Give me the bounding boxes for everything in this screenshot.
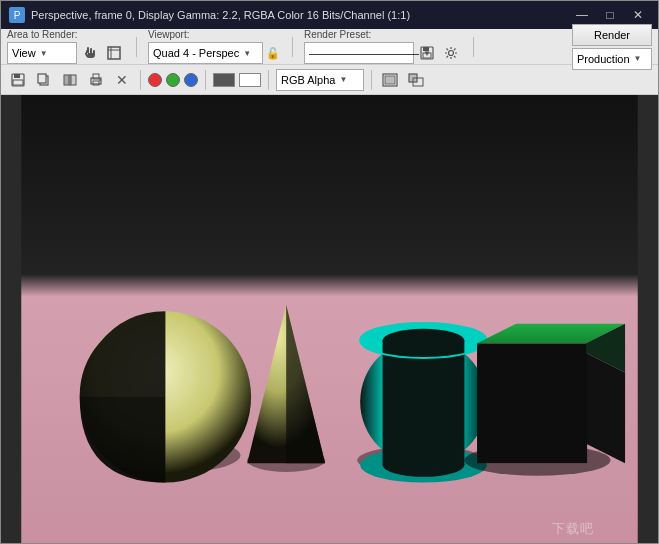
svg-point-35 <box>383 453 465 476</box>
white-swatch[interactable] <box>239 73 261 87</box>
main-window: P Perspective, frame 0, Display Gamma: 2… <box>0 0 659 544</box>
print-icon[interactable] <box>85 69 107 91</box>
preset-dropdown-arrow: ▼ <box>423 49 431 58</box>
sep5 <box>205 70 206 90</box>
channel-dropdown-arrow: ▼ <box>339 75 347 84</box>
viewport-group: Viewport: Quad 4 - Perspec ▼ 🔓 <box>148 29 281 64</box>
render-canvas-area: 下载吧 <box>1 95 658 543</box>
svg-point-18 <box>99 79 101 81</box>
window-controls: — □ ✕ <box>570 6 650 24</box>
area-render-controls: View ▼ <box>7 42 125 64</box>
actual-size-icon[interactable] <box>405 69 427 91</box>
fit-view-icon[interactable] <box>379 69 401 91</box>
svg-point-6 <box>449 51 454 56</box>
render-group: Render Production ▼ <box>572 24 652 70</box>
sep7 <box>371 70 372 90</box>
toolbar-row1: Area to Render: View ▼ <box>1 29 658 65</box>
sep1 <box>136 37 137 57</box>
quality-dropdown[interactable]: Production ▼ <box>572 48 652 70</box>
svg-rect-0 <box>108 47 120 59</box>
channel-dropdown[interactable]: RGB Alpha ▼ <box>276 69 364 91</box>
svg-rect-34 <box>383 340 465 465</box>
svg-rect-23 <box>21 95 637 543</box>
svg-rect-11 <box>38 74 46 83</box>
toolbar-row2: ✕ RGB Alpha ▼ <box>1 65 658 95</box>
maximize-button[interactable]: □ <box>598 6 622 24</box>
area-dropdown-arrow: ▼ <box>40 49 48 58</box>
svg-rect-39 <box>477 343 587 463</box>
svg-rect-20 <box>385 76 395 84</box>
dark-gray-swatch[interactable] <box>213 73 235 87</box>
copy-icon[interactable] <box>33 69 55 91</box>
area-render-dropdown[interactable]: View ▼ <box>7 42 77 64</box>
title-bar: P Perspective, frame 0, Display Gamma: 2… <box>1 1 658 29</box>
render-button[interactable]: Render <box>572 24 652 46</box>
render-scene: 下载吧 <box>1 95 658 543</box>
lock-icon[interactable]: 🔓 <box>265 45 281 61</box>
compare-icon[interactable] <box>59 69 81 91</box>
minimize-button[interactable]: — <box>570 6 594 24</box>
delete-icon[interactable]: ✕ <box>111 69 133 91</box>
quality-dropdown-arrow: ▼ <box>634 54 642 63</box>
sep2 <box>292 37 293 57</box>
area-render-group: Area to Render: View ▼ <box>7 29 125 64</box>
preset-label: Render Preset: <box>304 29 462 40</box>
app-icon: P <box>9 7 25 23</box>
preset-dropdown[interactable]: —————————— ▼ <box>304 42 414 64</box>
window-title: Perspective, frame 0, Display Gamma: 2.2… <box>31 9 570 21</box>
area-render-label: Area to Render: <box>7 29 125 40</box>
viewport-dropdown[interactable]: Quad 4 - Perspec ▼ <box>148 42 263 64</box>
svg-rect-12 <box>64 75 69 85</box>
green-channel[interactable] <box>166 73 180 87</box>
svg-rect-8 <box>14 74 20 78</box>
close-button[interactable]: ✕ <box>626 6 650 24</box>
area-edit-icon[interactable] <box>103 42 125 64</box>
svg-rect-9 <box>13 80 23 85</box>
viewport-controls: Quad 4 - Perspec ▼ 🔓 <box>148 42 281 64</box>
area-hand-icon[interactable] <box>79 42 101 64</box>
viewport-label: Viewport: <box>148 29 281 40</box>
sep3 <box>473 37 474 57</box>
blue-channel[interactable] <box>184 73 198 87</box>
watermark-text: 下载吧 <box>552 522 594 536</box>
svg-rect-13 <box>71 75 76 85</box>
sep6 <box>268 70 269 90</box>
preset-group: Render Preset: —————————— ▼ <box>304 29 462 64</box>
sep4 <box>140 70 141 90</box>
red-channel[interactable] <box>148 73 162 87</box>
viewport-dropdown-arrow: ▼ <box>243 49 251 58</box>
preset-controls: —————————— ▼ <box>304 42 462 64</box>
preset-settings-icon[interactable] <box>440 42 462 64</box>
save-icon[interactable] <box>7 69 29 91</box>
